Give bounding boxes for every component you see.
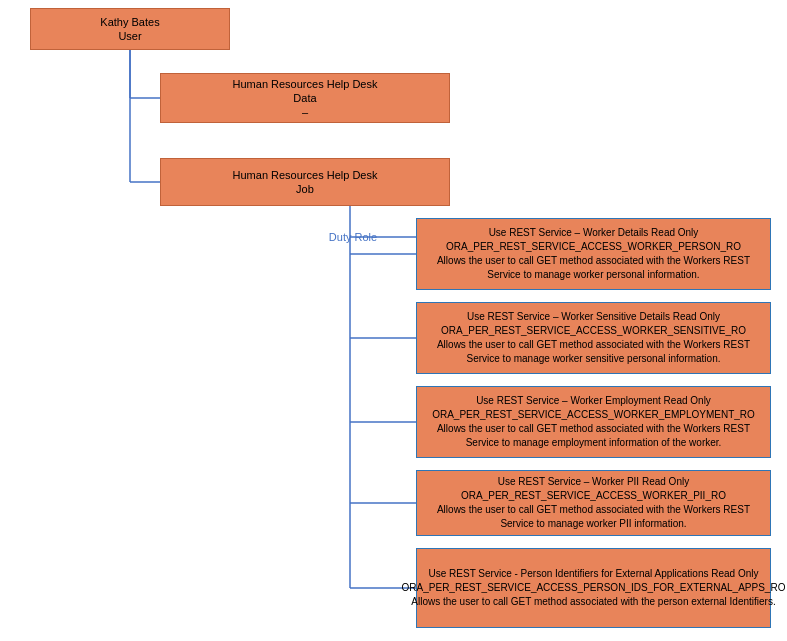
- role-box-4: Use REST Service – Worker PII Read Only …: [416, 470, 771, 536]
- role-box-5-text: Use REST Service - Person Identifiers fo…: [402, 567, 786, 609]
- job-role-node: Human Resources Help Desk Job: [160, 158, 450, 206]
- data-role-label: Human Resources Help Desk Data –: [233, 77, 378, 120]
- data-role-node: Human Resources Help Desk Data –: [160, 73, 450, 123]
- role-box-3-text: Use REST Service – Worker Employment Rea…: [423, 394, 764, 450]
- user-node-label: Kathy Bates User: [100, 15, 159, 44]
- duty-role-label: Duty Role: [303, 214, 403, 260]
- role-box-2-text: Use REST Service – Worker Sensitive Deta…: [423, 310, 764, 366]
- role-box-2: Use REST Service – Worker Sensitive Deta…: [416, 302, 771, 374]
- role-box-1: Use REST Service – Worker Details Read O…: [416, 218, 771, 290]
- role-box-3: Use REST Service – Worker Employment Rea…: [416, 386, 771, 458]
- role-box-1-text: Use REST Service – Worker Details Read O…: [423, 226, 764, 282]
- job-role-label: Human Resources Help Desk Job: [233, 168, 378, 197]
- role-box-5: Use REST Service - Person Identifiers fo…: [416, 548, 771, 628]
- diagram-container: Kathy Bates User Human Resources Help De…: [0, 0, 787, 641]
- user-node: Kathy Bates User: [30, 8, 230, 50]
- role-box-4-text: Use REST Service – Worker PII Read Only …: [423, 475, 764, 531]
